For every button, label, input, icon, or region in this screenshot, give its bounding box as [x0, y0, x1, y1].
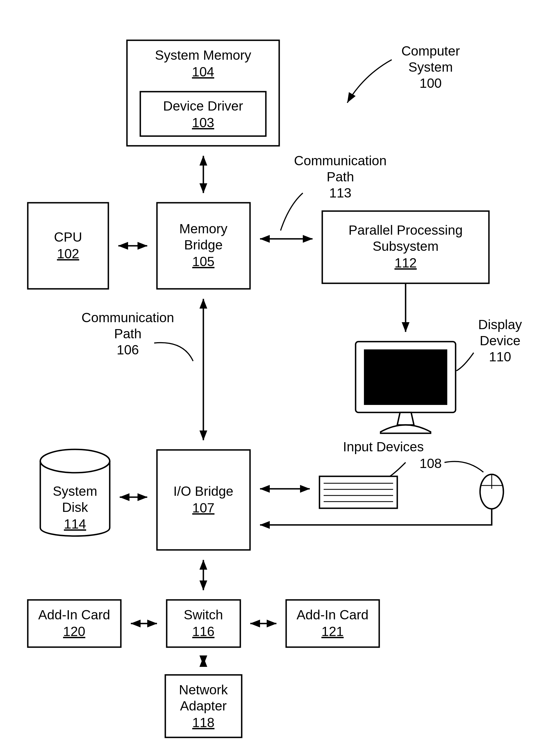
system-disk-line1: System — [53, 484, 97, 499]
input-devices-ref: 108 — [419, 456, 442, 471]
svg-rect-19 — [286, 600, 379, 647]
memory-bridge-block: Memory Bridge 105 — [157, 203, 250, 289]
conn-iobridge-keyboard — [260, 485, 310, 493]
addin-card-right-block: Add-In Card 121 — [286, 600, 379, 647]
comm113-line1: Communication — [294, 153, 386, 168]
io-bridge-block: I/O Bridge 107 — [157, 450, 250, 550]
display-device-icon — [356, 342, 456, 433]
title-label: Computer System 100 — [344, 44, 460, 105]
system-disk-line2: Disk — [62, 500, 88, 515]
conn-membridge-pps — [260, 235, 313, 243]
net-ref: 118 — [192, 715, 214, 730]
diagram-canvas: Computer System 100 System Memory 104 De… — [0, 0, 547, 756]
comm106-ref: 106 — [117, 342, 139, 357]
svg-rect-9 — [319, 476, 397, 508]
system-memory-ref: 104 — [192, 64, 214, 79]
conn-sysdisk-iobridge — [119, 493, 148, 501]
comm-path-106-label: Communication Path 106 — [81, 310, 193, 361]
comm113-ref: 113 — [329, 186, 351, 200]
pps-ref: 112 — [394, 256, 417, 270]
switch-label: Switch — [184, 607, 223, 622]
display-ref: 110 — [489, 349, 511, 364]
keyboard-icon — [319, 476, 397, 508]
conn-addinleft-switch — [131, 620, 157, 627]
conn-cpu-membridge — [118, 242, 148, 250]
svg-point-8 — [40, 449, 110, 473]
net-line1: Network — [179, 682, 228, 697]
input-devices-label: Input Devices 108 — [343, 439, 483, 478]
pps-block: Parallel Processing Subsystem 112 — [322, 211, 489, 283]
conn-membridge-iobridge — [199, 299, 207, 440]
memory-bridge-line2: Bridge — [184, 237, 223, 252]
display-line1: Display — [478, 317, 522, 332]
svg-rect-2 — [28, 203, 108, 289]
device-driver-label: Device Driver — [163, 99, 243, 113]
memory-bridge-line1: Memory — [179, 221, 227, 236]
device-driver-block: Device Driver 103 — [140, 92, 266, 136]
addin-left-ref: 120 — [63, 624, 85, 639]
conn-mouse-iobridge — [260, 509, 492, 529]
comm113-line2: Path — [327, 169, 354, 184]
pps-line1: Parallel Processing — [349, 223, 463, 237]
io-bridge-label: I/O Bridge — [173, 484, 233, 499]
system-memory-label: System Memory — [155, 48, 251, 62]
addin-card-left-block: Add-In Card 120 — [28, 600, 121, 647]
comm106-line2: Path — [114, 326, 142, 341]
system-disk-block: System Disk 114 — [40, 449, 110, 536]
cpu-block: CPU 102 — [28, 203, 108, 289]
net-line2: Adapter — [180, 699, 227, 713]
title-ref: 100 — [419, 76, 442, 91]
addin-right-label: Add-In Card — [297, 607, 369, 622]
svg-rect-18 — [167, 600, 240, 647]
cpu-label: CPU — [54, 230, 82, 244]
conn-pps-display — [402, 283, 409, 332]
conn-switch-netadapter — [199, 655, 207, 667]
svg-rect-17 — [28, 600, 121, 647]
title-line2: System — [408, 60, 453, 74]
conn-iobridge-switch — [199, 560, 207, 590]
network-adapter-block: Network Adapter 118 — [165, 675, 242, 737]
pps-line2: Subsystem — [373, 239, 438, 254]
memory-bridge-ref: 105 — [192, 254, 214, 269]
io-bridge-ref: 107 — [192, 500, 214, 515]
conn-switch-addinright — [250, 620, 277, 627]
conn-sysmem-membridge — [199, 156, 207, 193]
mouse-icon — [480, 474, 503, 509]
addin-left-label: Add-In Card — [38, 607, 110, 622]
input-devices-text: Input Devices — [343, 439, 424, 454]
switch-block: Switch 116 — [167, 600, 240, 647]
title-line1: Computer — [401, 44, 460, 58]
svg-rect-6 — [364, 349, 447, 405]
addin-right-ref: 121 — [321, 624, 344, 639]
svg-rect-7 — [157, 450, 250, 550]
comm106-line1: Communication — [81, 310, 174, 325]
display-device-label: Display Device 110 — [456, 317, 522, 371]
device-driver-ref: 103 — [192, 115, 214, 130]
cpu-ref: 102 — [57, 246, 79, 261]
display-line2: Device — [480, 333, 521, 348]
switch-ref: 116 — [192, 624, 214, 639]
system-disk-ref: 114 — [64, 517, 86, 531]
system-memory-block: System Memory 104 Device Driver 103 — [127, 40, 279, 146]
